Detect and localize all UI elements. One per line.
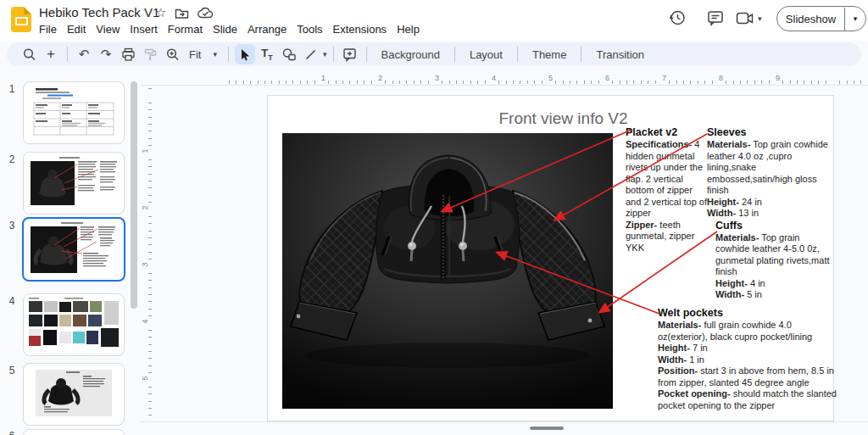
h-ruler-tick: [747, 81, 748, 84]
menu-arrange[interactable]: Arrange: [242, 21, 292, 37]
shape-tool[interactable]: [279, 44, 299, 64]
slide-thumbnail-1[interactable]: [23, 81, 125, 144]
canvas-bottom-border: [141, 421, 868, 422]
v-ruler-tick: [148, 273, 152, 274]
h-ruler-tick: [769, 81, 770, 84]
v-ruler-tick: [148, 309, 152, 310]
camera-caret-icon[interactable]: ▾: [758, 14, 762, 23]
slide-number-4: 4: [5, 295, 19, 307]
h-ruler-tick: [342, 81, 343, 84]
canvas-horizontal-scrollbar[interactable]: [530, 427, 564, 430]
h-ruler-tick: [854, 81, 854, 84]
v-ruler-tick: [148, 145, 152, 146]
zoom-add-icon[interactable]: +: [41, 44, 61, 64]
menu-insert[interactable]: Insert: [125, 21, 163, 37]
h-ruler-tick: [414, 81, 415, 84]
h-ruler-tick: [690, 81, 691, 84]
line-tool-caret-icon[interactable]: ▾: [323, 50, 327, 59]
layout-button[interactable]: Layout: [461, 44, 511, 64]
h-ruler-tick: [847, 81, 848, 84]
meet-camera-icon[interactable]: [736, 11, 754, 25]
v-ruler-tick: [148, 109, 152, 110]
text-box-tool[interactable]: TT: [257, 44, 277, 64]
h-ruler-tick: [527, 81, 528, 84]
slide-title[interactable]: Front view info V2: [281, 109, 846, 128]
search-menus-icon[interactable]: [19, 44, 39, 64]
comment-icon[interactable]: [706, 8, 725, 27]
slide-number-5: 5: [5, 365, 19, 376]
slide-thumbnail-6[interactable]: [23, 429, 125, 435]
transition-button[interactable]: Transition: [587, 44, 653, 64]
zoom-in-icon[interactable]: [162, 44, 182, 64]
paint-format-icon[interactable]: [140, 44, 160, 64]
slide-thumbnail-5[interactable]: [23, 363, 125, 426]
h-ruler-number: 2: [378, 74, 382, 82]
v-ruler-tick: [148, 195, 152, 196]
v-ruler-number: 4: [141, 319, 149, 323]
background-button[interactable]: Background: [373, 44, 448, 64]
slide-thumbnail-2[interactable]: [23, 152, 125, 215]
h-ruler-tick: [392, 81, 393, 84]
redo-icon[interactable]: ↷: [96, 44, 116, 64]
slides-logo-icon[interactable]: [11, 7, 31, 32]
h-ruler-tick: [740, 81, 741, 84]
v-ruler-tick: [148, 202, 152, 203]
print-icon[interactable]: [118, 44, 138, 64]
annotation-placket[interactable]: Placket v2 Specifications- 4 hidden gunm…: [626, 126, 707, 254]
cloud-status-icon[interactable]: [198, 7, 214, 20]
menu-help[interactable]: Help: [392, 21, 425, 37]
slide-number-3: 3: [5, 220, 19, 231]
h-ruler-tick: [258, 81, 259, 84]
toolbar: + ↶ ↷ Fit ▾ TT ▾: [7, 42, 861, 66]
document-title[interactable]: Hebiko Tech Pack V1: [39, 5, 159, 20]
h-ruler-tick: [790, 81, 791, 84]
slideshow-button[interactable]: Slideshow ▾: [776, 6, 866, 31]
menu-tools[interactable]: Tools: [292, 21, 327, 37]
h-ruler-tick: [712, 81, 713, 84]
theme-button[interactable]: Theme: [524, 44, 575, 64]
h-ruler-number: 4: [492, 74, 496, 82]
h-ruler-tick: [584, 81, 585, 84]
menu-file[interactable]: File: [34, 21, 62, 37]
menu-slide[interactable]: Slide: [208, 21, 242, 37]
slide-canvas-page[interactable]: Front view info V2: [267, 95, 834, 421]
h-ruler-tick: [570, 81, 570, 84]
h-ruler-tick: [520, 81, 520, 84]
v-ruler-tick: [148, 174, 152, 175]
v-ruler-tick: [148, 393, 152, 394]
h-ruler-tick: [236, 81, 236, 84]
v-ruler-tick: [148, 344, 152, 345]
filmstrip-scrollbar[interactable]: [131, 81, 137, 309]
h-ruler-tick: [754, 81, 755, 84]
slide-thumbnail-4[interactable]: [23, 293, 125, 356]
annotation-welt-pockets[interactable]: Welt pockets Materials- full grain cowhi…: [658, 307, 837, 411]
h-ruler-tick: [229, 81, 230, 84]
star-icon[interactable]: ☆: [155, 6, 166, 20]
line-tool[interactable]: [301, 44, 321, 64]
move-folder-icon[interactable]: [175, 7, 189, 20]
annotation-sleeves[interactable]: Sleeves Materials- Top grain cowhide lea…: [707, 126, 834, 301]
v-ruler-tick: [148, 315, 152, 316]
cuffs-heading: Cuffs: [715, 220, 834, 232]
menu-view[interactable]: View: [91, 21, 125, 37]
version-history-icon[interactable]: [668, 8, 687, 27]
menu-format[interactable]: Format: [163, 21, 208, 37]
slideshow-caret-icon[interactable]: ▾: [845, 14, 865, 23]
zoom-fit-dropdown[interactable]: Fit ▾: [184, 48, 222, 61]
slideshow-label: Slideshow: [777, 13, 844, 25]
insert-comment-icon[interactable]: [340, 44, 360, 64]
v-ruler-tick: [148, 237, 152, 238]
v-ruler-tick: [148, 358, 152, 359]
select-tool[interactable]: [235, 44, 255, 64]
jacket-front-image[interactable]: [282, 133, 613, 409]
annotation-cuffs[interactable]: Cuffs Materials- Top grain cowhide leath…: [715, 220, 834, 301]
menu-edit[interactable]: Edit: [62, 21, 91, 37]
h-ruler-tick: [463, 81, 464, 84]
v-ruler-tick: [148, 166, 152, 167]
v-ruler-tick: [148, 103, 152, 103]
undo-icon[interactable]: ↶: [74, 44, 94, 64]
h-ruler-tick: [477, 81, 478, 84]
slide-thumbnail-3-selected[interactable]: [22, 217, 125, 282]
h-ruler-tick: [633, 81, 634, 84]
menu-extensions[interactable]: Extensions: [328, 21, 392, 37]
